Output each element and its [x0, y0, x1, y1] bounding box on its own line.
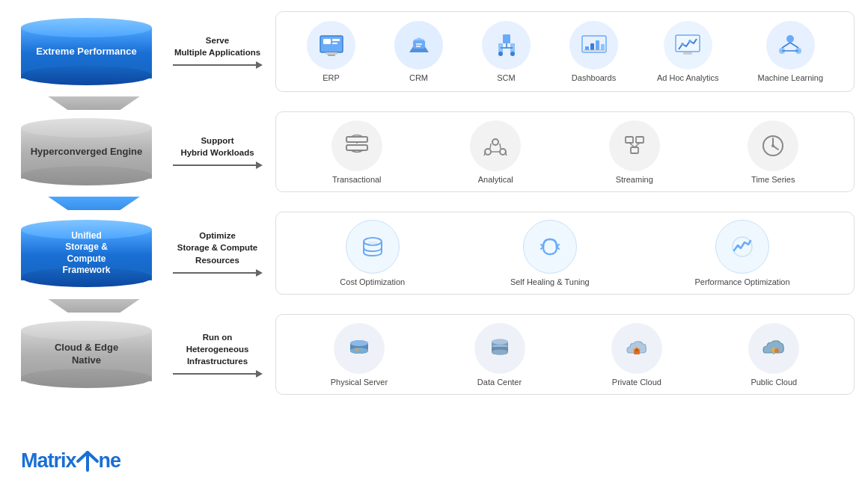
svg-rect-3 [332, 43, 337, 44]
svg-rect-18 [601, 44, 605, 50]
label-timeseries: Time Series [751, 175, 795, 184]
svg-rect-5 [326, 52, 337, 55]
label-ml: Machine Learning [758, 73, 823, 82]
icon-scm: SCM [482, 21, 531, 82]
svg-point-21 [681, 43, 684, 46]
svg-line-27 [782, 43, 790, 48]
row-extreme-performance: Extreme Performance ServeMultiple Applic… [13, 11, 855, 92]
icon-cost: Cost Optimization [340, 220, 405, 286]
arrow-label-run: Run onHeterogeneous Infrastructures [159, 331, 275, 367]
label-adhoc: Ad Hoc Analytics [657, 73, 719, 82]
svg-rect-16 [590, 43, 594, 50]
row-cloud-edge: Cloud & Edge Native Run onHeterogeneous … [13, 314, 855, 395]
label-data-center: Data Center [477, 378, 522, 387]
svg-line-36 [490, 144, 491, 149]
svg-point-24 [786, 35, 794, 43]
cylinder-label-hyper: Hyperconverged Engine [31, 146, 143, 159]
label-physical-server: Physical Server [331, 378, 388, 387]
svg-rect-9 [503, 34, 510, 43]
icon-data-center: Data Center [474, 323, 525, 387]
svg-line-28 [790, 43, 798, 48]
arrow-support: SupportHybrid Workloads [159, 135, 275, 169]
cylinder-label-extreme: Extreme Performance [36, 46, 136, 58]
panel-resources: Cost Optimization Self Healing & Tuning … [275, 212, 855, 295]
arrow-label-serve: ServeMultiple Applications [174, 34, 260, 58]
svg-point-55 [492, 339, 508, 344]
label-private-cloud: Private Cloud [612, 378, 661, 387]
logo-text-2: ne [99, 449, 121, 473]
svg-rect-1 [323, 39, 331, 44]
arrow-optimize: OptimizeStorage & Compute Resources [159, 230, 275, 276]
svg-point-11 [510, 52, 515, 56]
icon-perf: Performance Optimization [694, 220, 789, 286]
icon-streaming: Streaming [609, 120, 660, 184]
svg-point-51 [350, 340, 368, 346]
cylinder-label-cloud: Cloud & Edge Native [54, 342, 120, 367]
label-transactional: Transactional [332, 175, 382, 184]
label-streaming: Streaming [616, 175, 653, 184]
panel-infra: Physical Server Data Center Private Clou… [275, 314, 855, 395]
icon-transactional: Transactional [331, 120, 382, 184]
cylinder-hyperconverged: Hyperconverged Engine [13, 118, 159, 185]
arrow-run: Run onHeterogeneous Infrastructures [159, 331, 275, 378]
svg-point-60 [774, 348, 779, 353]
panel-workloads: Transactional Analytical Streaming [275, 111, 855, 192]
svg-point-47 [771, 144, 774, 147]
svg-rect-42 [636, 137, 644, 143]
icon-physical-server: Physical Server [331, 323, 388, 387]
row-unified-storage: Unified Storage & ComputeFramework Optim… [13, 212, 855, 295]
svg-point-35 [500, 149, 506, 155]
cylinder-unified: Unified Storage & ComputeFramework [13, 220, 159, 287]
svg-point-34 [485, 149, 491, 155]
svg-rect-41 [626, 137, 633, 143]
label-healing: Self Healing & Tuning [510, 277, 590, 286]
icon-dashboards: Dashboards [569, 21, 618, 82]
svg-line-37 [500, 144, 501, 149]
panel-applications: ERP CRM SCM [275, 11, 855, 92]
row-hyperconverged: Hyperconverged Engine SupportHybrid Work… [13, 111, 855, 192]
svg-point-52 [350, 348, 368, 354]
arrow-label-optimize: OptimizeStorage & Compute Resources [159, 230, 275, 265]
logo: Matrix ne [21, 449, 120, 473]
icon-timeseries: Time Series [748, 120, 798, 184]
svg-rect-43 [631, 147, 638, 153]
label-erp: ERP [323, 73, 340, 82]
icon-ml: Machine Learning [758, 21, 823, 82]
svg-rect-53 [355, 348, 358, 351]
svg-rect-30 [346, 137, 367, 142]
svg-rect-0 [320, 36, 343, 52]
label-perf: Performance Optimization [694, 277, 789, 286]
svg-point-57 [492, 349, 508, 354]
arrow-serve: ServeMultiple Applications [159, 34, 275, 69]
svg-rect-31 [346, 145, 367, 150]
cylinder-label-unified: Unified Storage & ComputeFramework [54, 230, 120, 276]
svg-rect-23 [683, 52, 692, 55]
icon-adhoc: Ad Hoc Analytics [657, 21, 719, 82]
icon-crm: CRM [394, 21, 443, 82]
svg-point-33 [492, 139, 498, 145]
cylinder-cloud-edge: Cloud & Edge Native [13, 321, 159, 388]
icon-public-cloud: Public Cloud [748, 323, 799, 387]
svg-rect-17 [596, 40, 599, 50]
icon-healing: Self Healing & Tuning [510, 220, 590, 286]
label-scm: SCM [497, 73, 515, 82]
label-dashboards: Dashboards [572, 73, 616, 82]
cylinder-extreme-performance: Extreme Performance [13, 18, 159, 85]
label-analytical: Analytical [478, 175, 513, 184]
logo-text: Matrix [21, 449, 76, 473]
icon-analytical: Analytical [470, 120, 521, 184]
svg-rect-15 [585, 46, 589, 50]
svg-point-22 [688, 40, 691, 43]
label-public-cloud: Public Cloud [751, 378, 797, 387]
svg-point-59 [635, 348, 638, 351]
icon-private-cloud: Private Cloud [611, 323, 662, 387]
svg-point-10 [498, 52, 503, 56]
label-crm: CRM [409, 73, 428, 82]
icon-erp: ERP [307, 21, 355, 82]
svg-rect-2 [332, 39, 340, 41]
label-cost: Cost Optimization [340, 277, 405, 286]
arrow-label-support: SupportHybrid Workloads [180, 135, 254, 159]
